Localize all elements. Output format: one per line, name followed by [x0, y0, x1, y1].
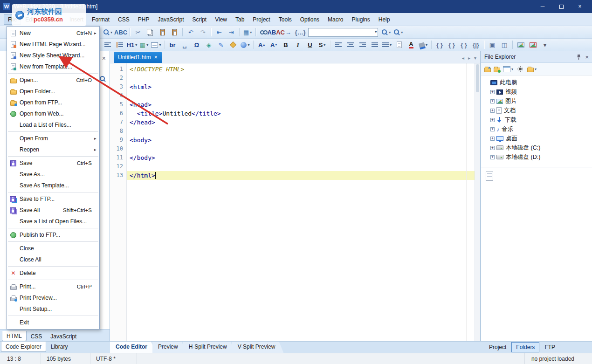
- menu-css[interactable]: CSS: [114, 14, 134, 25]
- expand-icon[interactable]: +: [490, 155, 495, 159]
- paste-special-button[interactable]: [169, 27, 180, 37]
- form-button[interactable]: ▾: [151, 40, 162, 50]
- braces-button-3[interactable]: { }: [458, 40, 469, 50]
- menu-item-open-from-ftp[interactable]: Open from FTP...: [7, 97, 99, 108]
- menu-javascript[interactable]: JavaScript: [153, 14, 188, 25]
- expand-icon[interactable]: +: [490, 137, 495, 141]
- menu-item-open-from-web[interactable]: Open from Web...: [7, 108, 99, 119]
- unindent-button[interactable]: ⇤: [213, 27, 225, 37]
- web-colors-button[interactable]: ▾: [240, 40, 251, 50]
- right-tab-ftp[interactable]: FTP: [540, 343, 559, 352]
- search-button[interactable]: ▾: [102, 27, 113, 37]
- page-properties-button[interactable]: [393, 40, 405, 50]
- menu-item-save-all[interactable]: Save AllShift+Ctrl+S: [7, 205, 99, 216]
- menu-script[interactable]: Script: [188, 14, 211, 25]
- code-snippet-button[interactable]: {…}: [295, 27, 306, 37]
- menu-item-open-from[interactable]: Open From▸: [7, 133, 99, 144]
- format-painter-button[interactable]: [227, 40, 239, 50]
- indent-button[interactable]: ⇥: [226, 27, 237, 37]
- decrease-font-button[interactable]: A▾: [268, 40, 279, 50]
- right-tab-project[interactable]: Project: [485, 343, 510, 352]
- menu-view[interactable]: View: [211, 14, 231, 25]
- image-map-button[interactable]: [527, 40, 538, 50]
- braces-button-1[interactable]: { }: [434, 40, 445, 50]
- doctab-css[interactable]: CSS: [27, 332, 47, 341]
- menu-item-print-preview[interactable]: Print Preview...: [7, 292, 99, 303]
- tab-list-icon[interactable]: ▾: [474, 55, 476, 61]
- encoding-indicator[interactable]: UTF-8 *: [90, 353, 137, 364]
- numbered-list-button[interactable]: [114, 40, 125, 50]
- frameset-button-1[interactable]: ▣: [487, 40, 498, 50]
- font-color-button[interactable]: A: [406, 40, 417, 50]
- view-tab-code-editor[interactable]: Code Editor: [110, 342, 156, 353]
- tree-item[interactable]: +桌面: [481, 134, 592, 143]
- spell-check-button[interactable]: ABC: [114, 27, 127, 37]
- doctab-javascript[interactable]: JavaScript: [46, 332, 81, 341]
- menu-format[interactable]: Format: [88, 14, 114, 25]
- panel-tab-code-explorer[interactable]: Code Explorer: [1, 342, 46, 352]
- image-button[interactable]: [515, 40, 526, 50]
- menu-item-save[interactable]: SaveCtrl+S: [7, 158, 99, 169]
- paste-button[interactable]: [157, 27, 168, 37]
- special-char-button[interactable]: Ω: [191, 40, 202, 50]
- goto-button[interactable]: →: [282, 27, 294, 37]
- menu-item-exit[interactable]: Exit: [7, 317, 99, 328]
- tree-item[interactable]: +图片: [481, 96, 592, 106]
- view-tab-preview[interactable]: Preview: [152, 342, 186, 353]
- menu-macro[interactable]: Macro: [324, 14, 347, 25]
- scrollbar-thumb[interactable]: [476, 64, 479, 92]
- menu-item-save-as-template[interactable]: Save As Template...: [7, 180, 99, 191]
- right-tab-folders[interactable]: Folders: [511, 342, 539, 352]
- replace-button[interactable]: [270, 27, 282, 37]
- settings-gear-button[interactable]: [516, 65, 524, 73]
- menu-item-new-html-page-wizard[interactable]: New HTML Page Wizard...: [7, 39, 99, 50]
- braces-button-2[interactable]: { }: [446, 40, 457, 50]
- tree-item[interactable]: +音乐: [481, 124, 592, 134]
- code-content[interactable]: <!DOCTYPE HTML><html><head> <title>Untit…: [127, 63, 475, 341]
- tree-item[interactable]: 此电脑: [481, 78, 592, 87]
- minimize-button[interactable]: ─: [533, 1, 552, 12]
- editor-scrollbar[interactable]: [475, 63, 480, 341]
- align-right-button[interactable]: [357, 40, 368, 50]
- find-in-folder-button[interactable]: ▾: [392, 27, 404, 37]
- tree-item[interactable]: +本地磁盘 (C:): [481, 143, 592, 152]
- italic-button[interactable]: I: [292, 40, 303, 50]
- underline-button[interactable]: U: [304, 40, 316, 50]
- nbsp-button[interactable]: ␣: [179, 40, 190, 50]
- braces-button-4[interactable]: {|}: [470, 40, 482, 50]
- menu-item-reopen[interactable]: Reopen▸: [7, 144, 99, 155]
- tab-untitled1-htm[interactable]: Untitled1.htm ×: [114, 52, 162, 63]
- menu-php[interactable]: PHP: [134, 14, 154, 25]
- menu-item-new-from-template[interactable]: New from Template...: [7, 61, 99, 72]
- frames-button[interactable]: ▦▾: [242, 27, 253, 37]
- line-spacing-button[interactable]: ▾: [381, 40, 392, 50]
- menu-help[interactable]: Help: [374, 14, 394, 25]
- strikethrough-button[interactable]: S▾: [317, 40, 328, 50]
- tree-item[interactable]: +下载: [481, 115, 592, 124]
- tree-item[interactable]: +文档: [481, 106, 592, 115]
- file-explorer-close-icon[interactable]: ×: [585, 54, 589, 61]
- expand-icon[interactable]: +: [490, 109, 495, 113]
- menu-item-save-a-list-of-open-files[interactable]: Save a List of Open Files...: [7, 216, 99, 227]
- folder-up-button[interactable]: [484, 66, 491, 72]
- search-combobox[interactable]: ▾: [308, 28, 378, 37]
- undo-button[interactable]: ↶: [185, 27, 196, 37]
- tab-scroll-left-icon[interactable]: ◂: [462, 55, 464, 61]
- menu-item-save-to-ftp[interactable]: Save to FTP...: [7, 193, 99, 205]
- menu-item-open[interactable]: Open...Ctrl+O: [7, 75, 99, 86]
- menu-item-print[interactable]: Print...Ctrl+P: [7, 281, 99, 292]
- menu-item-load-a-list-of-files[interactable]: Load a List of Files...: [7, 119, 99, 130]
- table-button[interactable]: ▦▾: [138, 40, 150, 50]
- tab-scroll-right-icon[interactable]: ▸: [468, 55, 470, 61]
- panel-close-icon[interactable]: ×: [102, 55, 106, 62]
- maximize-button[interactable]: [552, 1, 571, 12]
- redo-button[interactable]: ↷: [197, 27, 208, 37]
- tab-close-icon[interactable]: ×: [154, 54, 158, 61]
- folders-dropdown-button[interactable]: ▾: [527, 66, 537, 72]
- menu-item-save-as[interactable]: Save As...: [7, 169, 99, 180]
- menu-project[interactable]: Project: [248, 14, 274, 25]
- expand-icon[interactable]: +: [490, 146, 495, 150]
- find-next-button[interactable]: ▾: [380, 27, 392, 37]
- menu-tools[interactable]: Tools: [275, 14, 296, 25]
- doctab-html[interactable]: HTML: [2, 331, 27, 341]
